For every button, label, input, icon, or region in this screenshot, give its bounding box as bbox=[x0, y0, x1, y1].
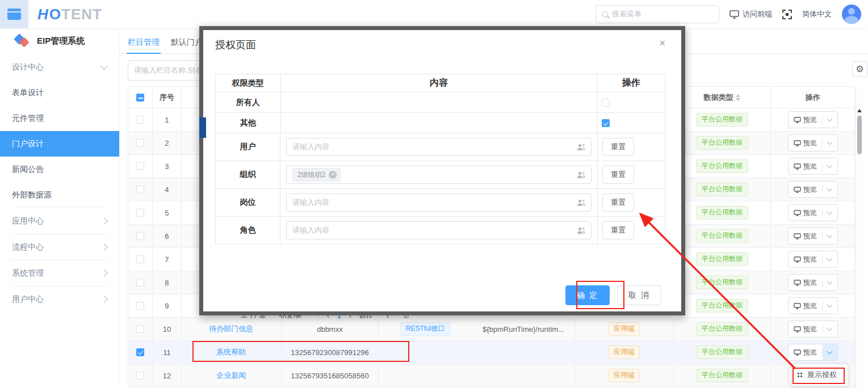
show-authorization-menu-item[interactable]: 展示授权 bbox=[792, 364, 848, 386]
member-picker-input[interactable]: 2级组织2 × bbox=[286, 166, 592, 184]
row-checkbox[interactable] bbox=[136, 116, 144, 124]
row-checkbox[interactable] bbox=[136, 325, 144, 333]
preview-dropdown-toggle[interactable] bbox=[823, 251, 837, 267]
preview-split-button[interactable]: 预览 bbox=[788, 158, 838, 175]
preview-button[interactable]: 预览 bbox=[789, 228, 822, 244]
preview-dropdown-toggle[interactable] bbox=[823, 158, 837, 174]
row-checkbox[interactable] bbox=[136, 348, 144, 356]
col-data-type[interactable]: 数据类型 bbox=[674, 87, 771, 108]
permission-type-label: 用户 bbox=[240, 142, 255, 152]
sidebar-item-系统管理[interactable]: 系统管理 bbox=[0, 260, 119, 286]
reset-button[interactable]: 重置 bbox=[602, 193, 634, 212]
preview-dropdown-toggle[interactable] bbox=[823, 135, 837, 151]
preview-dropdown-toggle[interactable] bbox=[823, 321, 837, 337]
preview-split-button[interactable]: 预览 bbox=[788, 251, 838, 268]
permission-checkbox[interactable] bbox=[602, 99, 610, 107]
preview-split-button[interactable]: 预览 bbox=[788, 204, 838, 221]
row-checkbox[interactable] bbox=[136, 162, 144, 170]
table-settings-button[interactable]: ⚙ bbox=[852, 61, 867, 77]
sidebar-item-外部数据源[interactable]: 外部数据源 bbox=[0, 182, 119, 208]
table-row[interactable]: 12 企业新闻 1325679351685058560 应用端 平台公用数据 预… bbox=[128, 364, 854, 387]
confirm-button[interactable]: 确 定 bbox=[565, 285, 610, 305]
preview-split-button[interactable]: 预览 bbox=[788, 134, 838, 151]
menu-search-input[interactable]: 搜索菜单 bbox=[596, 5, 719, 23]
scroll-up-icon[interactable] bbox=[857, 109, 862, 112]
sidebar-item-表单设计[interactable]: 表单设计 bbox=[0, 80, 119, 106]
sidebar-item-流程中心[interactable]: 流程中心 bbox=[0, 234, 119, 260]
permission-row: 组织 2级组织2 × 重置 bbox=[216, 161, 665, 189]
table-scrollbar[interactable] bbox=[855, 86, 863, 388]
sidebar-toggle-button[interactable] bbox=[0, 0, 28, 28]
preview-split-button[interactable]: 预览 bbox=[788, 227, 838, 244]
tab-default-portal[interactable]: 默认门户 bbox=[171, 31, 203, 54]
table-row[interactable]: 10 待办部门信息 dbbmxx RESTful接口 ${bpmRunTime}… bbox=[128, 318, 854, 341]
preview-split-button[interactable]: 预览 bbox=[788, 344, 838, 361]
column-name-link[interactable]: 待办部门信息 bbox=[209, 324, 253, 334]
sidebar-item-用户中心[interactable]: 用户中心 bbox=[0, 286, 119, 312]
preview-button[interactable]: 预览 bbox=[789, 205, 822, 221]
chevron-right-icon bbox=[100, 243, 108, 251]
row-checkbox[interactable] bbox=[136, 209, 144, 217]
reset-button[interactable]: 重置 bbox=[602, 166, 634, 184]
reset-button[interactable]: 重置 bbox=[602, 138, 634, 156]
language-switcher[interactable]: 简体中文 bbox=[802, 9, 832, 19]
sidebar-item-门户设计[interactable]: 门户设计 bbox=[0, 131, 119, 157]
row-checkbox[interactable] bbox=[136, 372, 144, 379]
preview-button[interactable]: 预览 bbox=[789, 182, 822, 197]
preview-dropdown-toggle[interactable] bbox=[823, 112, 837, 128]
preview-split-button[interactable]: 预览 bbox=[788, 297, 838, 314]
row-checkbox[interactable] bbox=[136, 185, 144, 193]
sidebar-item-新闻公告[interactable]: 新闻公告 bbox=[0, 157, 119, 182]
people-picker-icon[interactable] bbox=[577, 199, 586, 206]
preview-dropdown-toggle[interactable] bbox=[823, 228, 837, 244]
scrollbar-thumb[interactable] bbox=[857, 116, 862, 154]
people-picker-icon[interactable] bbox=[577, 227, 586, 234]
preview-button[interactable]: 预览 bbox=[789, 321, 822, 337]
permission-header-row: 权限类型 内容 操作 bbox=[216, 74, 665, 92]
sort-caret-icon[interactable] bbox=[736, 94, 740, 101]
preview-dropdown-toggle[interactable] bbox=[823, 182, 837, 197]
cancel-button[interactable]: 取 消 bbox=[617, 285, 661, 305]
row-checkbox[interactable] bbox=[136, 279, 144, 286]
member-picker-input[interactable]: × 请输入内容 bbox=[286, 221, 592, 239]
visit-frontend-button[interactable]: 访问前端 bbox=[729, 9, 772, 19]
sidebar-item-应用中心[interactable]: 应用中心 bbox=[0, 208, 119, 234]
reset-button[interactable]: 重置 bbox=[602, 221, 634, 239]
preview-dropdown-toggle[interactable] bbox=[823, 344, 837, 360]
table-row[interactable]: 11 系统帮助 1325679230087991296 应用端 平台公用数据 预… bbox=[128, 341, 854, 364]
people-picker-icon[interactable] bbox=[577, 171, 586, 179]
preview-dropdown-toggle[interactable] bbox=[823, 298, 837, 314]
close-icon[interactable]: × bbox=[659, 38, 665, 48]
fullscreen-button[interactable] bbox=[782, 10, 792, 19]
permission-checkbox[interactable] bbox=[602, 119, 610, 127]
tag-close-icon[interactable]: × bbox=[329, 171, 337, 179]
preview-button[interactable]: 预览 bbox=[789, 298, 822, 314]
select-all-checkbox[interactable] bbox=[136, 94, 144, 102]
preview-dropdown-toggle[interactable] bbox=[823, 275, 837, 290]
column-name-link[interactable]: 企业新闻 bbox=[216, 370, 246, 381]
sidebar-item-设计中心[interactable]: 设计中心 bbox=[0, 54, 119, 80]
people-picker-icon[interactable] bbox=[577, 144, 586, 151]
preview-split-button[interactable]: 预览 bbox=[788, 181, 838, 198]
preview-split-button[interactable]: 预览 bbox=[788, 274, 838, 291]
preview-button[interactable]: 预览 bbox=[789, 251, 822, 267]
row-checkbox[interactable] bbox=[136, 139, 144, 147]
column-name-link[interactable]: 系统帮助 bbox=[216, 347, 246, 357]
column-alias: 1325679351685058560 bbox=[291, 372, 368, 380]
member-picker-input[interactable]: × 请输入内容 bbox=[286, 138, 592, 156]
sidebar-item-元件管理[interactable]: 元件管理 bbox=[0, 106, 119, 131]
row-checkbox[interactable] bbox=[136, 232, 144, 240]
member-picker-input[interactable]: × 请输入内容 bbox=[286, 193, 592, 212]
preview-split-button[interactable]: 预览 bbox=[788, 320, 838, 338]
preview-button[interactable]: 预览 bbox=[789, 158, 822, 174]
user-avatar[interactable] bbox=[842, 5, 861, 24]
preview-dropdown-toggle[interactable] bbox=[823, 205, 837, 221]
tab-column-management[interactable]: 栏目管理 bbox=[128, 31, 160, 54]
row-checkbox[interactable] bbox=[136, 302, 144, 310]
preview-button[interactable]: 预览 bbox=[789, 275, 822, 290]
row-checkbox[interactable] bbox=[136, 255, 144, 263]
preview-button[interactable]: 预览 bbox=[789, 112, 822, 128]
preview-button[interactable]: 预览 bbox=[789, 135, 822, 151]
preview-button[interactable]: 预览 bbox=[789, 344, 822, 360]
preview-split-button[interactable]: 预览 bbox=[788, 111, 838, 128]
